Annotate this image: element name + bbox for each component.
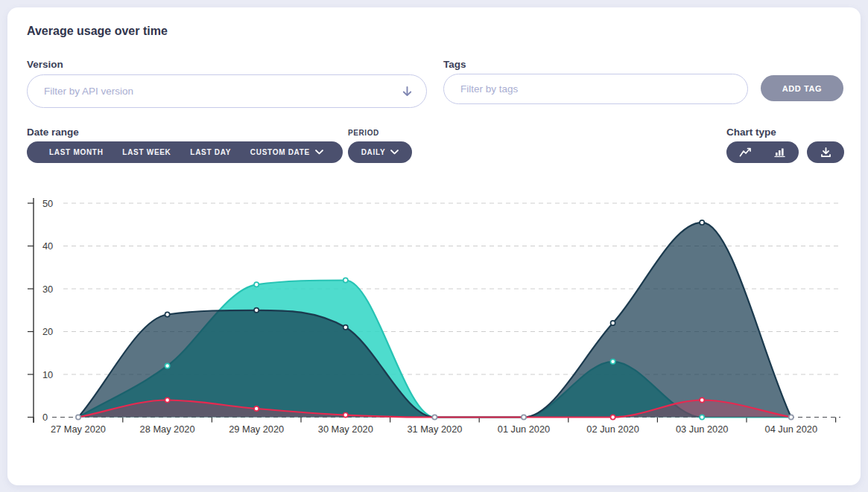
bar-chart-icon (774, 147, 785, 157)
last-week-button[interactable]: LAST WEEK (118, 141, 175, 163)
custom-date-button[interactable]: CUSTOM DATE (246, 141, 328, 163)
chart-type-toolbar (726, 141, 799, 163)
svg-text:27 May 2020: 27 May 2020 (51, 424, 106, 435)
arrow-down-icon[interactable] (401, 85, 414, 98)
svg-text:50: 50 (42, 198, 53, 209)
chart-type-label: Chart type (726, 127, 776, 138)
svg-text:02 Jun 2020: 02 Jun 2020 (586, 424, 639, 435)
date-range-toolbar: LAST MONTH LAST WEEK LAST DAY CUSTOM DAT… (27, 141, 343, 163)
svg-text:29 May 2020: 29 May 2020 (229, 424, 284, 435)
download-icon (820, 147, 831, 158)
period-select[interactable]: DAILY (357, 141, 404, 163)
period-label: PERIOD (348, 129, 379, 137)
line-chart-button[interactable] (728, 141, 763, 163)
tags-label: Tags (443, 59, 466, 70)
last-day-button[interactable]: LAST DAY (186, 141, 235, 163)
svg-text:20: 20 (42, 326, 53, 337)
chevron-down-icon (390, 150, 399, 155)
chevron-down-icon (315, 150, 323, 155)
bar-chart-button[interactable] (763, 141, 798, 163)
tags-field-wrap (443, 74, 748, 104)
page-title: Average usage over time (27, 25, 168, 38)
svg-text:30: 30 (42, 284, 53, 295)
svg-text:30 May 2020: 30 May 2020 (318, 424, 373, 435)
svg-text:04 Jun 2020: 04 Jun 2020 (765, 424, 817, 435)
svg-text:01 Jun 2020: 01 Jun 2020 (498, 424, 550, 435)
download-button[interactable] (808, 141, 843, 163)
svg-text:10: 10 (42, 369, 53, 380)
add-tag-button[interactable]: ADD TAG (761, 75, 843, 101)
tags-filter-input[interactable] (443, 74, 748, 104)
date-range-label: Date range (27, 127, 79, 138)
svg-text:03 Jun 2020: 03 Jun 2020 (676, 424, 728, 435)
last-month-button[interactable]: LAST MONTH (45, 141, 108, 163)
version-filter-input[interactable] (27, 74, 427, 108)
usage-chart: 0102030405027 May 202028 May 202029 May … (0, 188, 868, 447)
svg-text:0: 0 (42, 412, 48, 423)
svg-text:28 May 2020: 28 May 2020 (140, 424, 195, 435)
version-field-wrap (27, 74, 427, 108)
svg-text:31 May 2020: 31 May 2020 (407, 424, 462, 435)
line-chart-icon (739, 147, 752, 157)
svg-text:40: 40 (42, 240, 53, 252)
version-label: Version (27, 59, 63, 70)
